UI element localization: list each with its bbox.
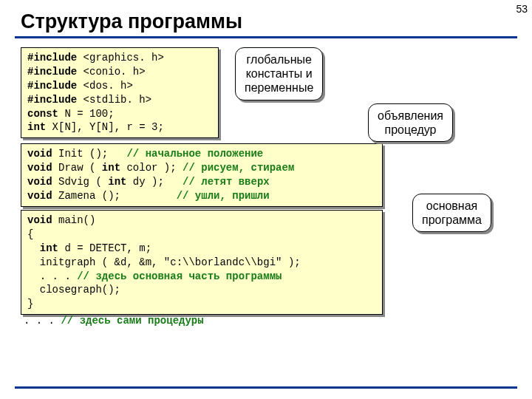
kw-int: int: [102, 162, 120, 174]
code-text: Sdvig (: [52, 176, 109, 188]
code-text: Zamena ();: [52, 190, 177, 202]
code-text: closegraph();: [27, 284, 120, 296]
callout-line: объявления: [378, 109, 443, 122]
kw-void: void: [27, 162, 52, 174]
code-block-includes: #include <graphics. h> #include <conio. …: [21, 47, 219, 138]
comment: // ушли, пришли: [177, 190, 270, 202]
callout-globals: глобальные константы и переменные: [235, 47, 323, 100]
code-text: );: [282, 256, 300, 268]
code-text: <stdlib. h>: [77, 94, 151, 106]
callout-main: основная программа: [412, 194, 491, 232]
code-text: X[N], Y[N], r =: [46, 121, 151, 133]
code-text: initgraph ( &d, &m,: [27, 256, 164, 268]
comment: // здесь основная часть программы: [77, 270, 282, 282]
code-text: d = DETECT, m;: [58, 242, 151, 254]
kw-include: #include: [27, 52, 77, 64]
kw-void: void: [27, 214, 52, 226]
callout-line: глобальные: [246, 53, 312, 66]
callout-prototypes: объявления процедур: [368, 103, 453, 142]
code-text: color );: [120, 162, 183, 174]
callout-line: программа: [422, 214, 482, 226]
code-text: Draw (: [52, 162, 102, 174]
comment: // летят вверх: [183, 176, 270, 188]
code-text: . . .: [24, 315, 61, 327]
code-text: . . .: [27, 270, 77, 282]
title-rule: [15, 36, 517, 38]
code-text: <dos. h>: [77, 80, 133, 92]
kw-void: void: [27, 176, 52, 188]
page-title: Структура программы: [21, 10, 532, 33]
kw-const: const: [27, 108, 58, 120]
comment: // начальное положение: [126, 148, 263, 160]
code-text: }: [27, 298, 33, 310]
kw-include: #include: [27, 66, 77, 78]
code-text: <graphics. h>: [77, 52, 164, 64]
code-text: N =: [58, 108, 89, 120]
code-text: Init ();: [52, 148, 127, 160]
callout-line: переменные: [245, 81, 313, 94]
bottom-rule: [15, 386, 517, 389]
kw-int: int: [108, 176, 126, 188]
code-text: dy );: [126, 176, 183, 188]
callout-line: константы и: [246, 67, 313, 80]
kw-int: int: [40, 242, 58, 254]
code-text: ;: [108, 108, 114, 120]
page-number: 53: [516, 3, 528, 15]
code-text: <conio. h>: [77, 66, 145, 78]
kw-include: #include: [27, 94, 77, 106]
callout-line: основная: [426, 200, 478, 212]
literal: 100: [89, 108, 108, 120]
kw-void: void: [27, 190, 52, 202]
code-block-main: void main() { int d = DETECT, m; initgra…: [21, 210, 383, 315]
code-text: {: [27, 228, 33, 240]
kw-include: #include: [27, 80, 77, 92]
code-block-prototypes: void Init (); // начальное положение voi…: [21, 143, 383, 207]
comment: // рисуем, стираем: [183, 162, 294, 174]
code-text: ;: [157, 121, 163, 133]
kw-int: int: [27, 121, 46, 133]
code-tail: . . . // здесь сами процедуры: [24, 315, 204, 327]
kw-void: void: [27, 148, 52, 160]
code-text: main(): [52, 214, 96, 226]
callout-line: процедур: [384, 123, 436, 136]
comment: // здесь сами процедуры: [61, 315, 203, 327]
string-literal: "c:\\borlandc\\bgi": [164, 256, 282, 268]
